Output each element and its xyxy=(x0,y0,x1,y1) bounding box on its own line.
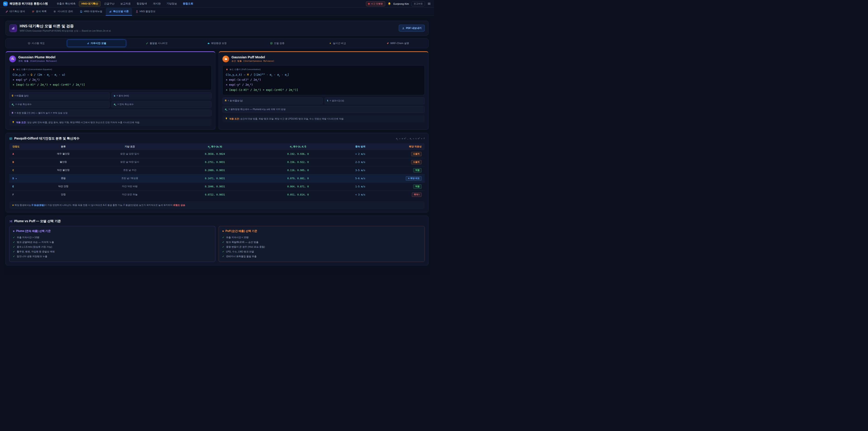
wind-range-cell: 1-5 m/s xyxy=(338,182,383,190)
subnav-label: 확산모델 이론 xyxy=(113,10,129,13)
applicability-badge: 드물게 xyxy=(411,160,422,164)
criteria-item: ✓ 컨테이너 화학물질 돌발 유출 xyxy=(222,254,421,259)
sigma-z-coefficient-cell: 0.051, 0.814, 0 xyxy=(258,190,338,199)
nav-item[interactable]: 게시판 xyxy=(150,1,163,6)
bulb-icon xyxy=(225,117,228,120)
tab-substance-scenario[interactable]: 물질별 시나리오 xyxy=(127,39,186,47)
logo-wave-icon xyxy=(3,2,8,6)
book-icon xyxy=(80,10,83,13)
model-selection-section: Plume vs Puff — 모델 선택 기준 ♥ Plume (연속 배출)… xyxy=(5,216,429,266)
wind-range-cell: < 2 m/s xyxy=(338,150,383,158)
stability-grade-cell: D ★ xyxy=(9,174,38,182)
criteria-item: ✓ 유출 지속시간 > 10분 xyxy=(13,235,212,240)
flask-icon xyxy=(135,10,138,13)
check-square-icon xyxy=(270,42,273,44)
subnav-tab-model-theory[interactable]: 확산모델 이론 xyxy=(106,8,132,16)
tab-realtime-compare[interactable]: 실시간 비교 xyxy=(308,39,367,47)
stability-grade-cell: B xyxy=(9,158,38,166)
note-label: 적용 조건: xyxy=(16,121,26,124)
plume-card-subtitle: 연속 방출 (Continuous Release) xyxy=(18,60,57,63)
pasquill-footnote: ★ 해양 환경에서는 D 등급(중립)이 가장 빈번하게 나타난다. 해풍·육풍… xyxy=(9,202,425,209)
weather-condition-cell: 야간 약한 바람 xyxy=(88,182,171,190)
sigma-z-coefficient-cell: 0.192, 0.936, 0 xyxy=(258,150,338,158)
check-icon: ✓ xyxy=(13,250,15,253)
column-header: 해양 적용성 xyxy=(383,143,425,150)
param-symbol: u xyxy=(114,94,115,97)
param-description: = 경과시간 (s) xyxy=(330,99,344,102)
category-cell: 불안정 xyxy=(38,158,88,166)
param-symbol: σz xyxy=(114,103,116,105)
applicability-badge: ★ 해양 대표 xyxy=(406,176,422,181)
subnav-tab-analysis[interactable]: 대기확산 분석 xyxy=(2,8,28,16)
sigma-y-coefficient-cell: 0.0722, 0.9031 xyxy=(171,190,258,199)
plume-equation-label: 농도 산출식 (Concentration Equation) xyxy=(13,68,208,71)
sigma-z-coefficient-cell: 0.079, 0.881, 0 xyxy=(258,174,338,182)
nav-item[interactable]: 항공탐색 xyxy=(134,1,149,6)
download-icon xyxy=(402,27,405,30)
pin-icon xyxy=(13,68,15,71)
check-icon: ✓ xyxy=(222,250,224,253)
equation-line: × exp(-(x-ut)² / 2σx²) xyxy=(226,77,421,82)
wind-range-cell: 2-3 m/s xyxy=(338,158,383,166)
nav-item[interactable]: 유출유 확산예측 xyxy=(54,1,78,6)
nav-item[interactable]: 보고자료 xyxy=(118,1,133,6)
param-description: = 연직 확산계수 xyxy=(118,103,133,106)
subnav-tab-analysis-list[interactable]: 분석 목록 xyxy=(29,8,50,16)
subnav-label: HNS 대응매뉴얼 xyxy=(84,10,102,13)
param-box: Q = 배출률 (g/s) xyxy=(9,92,110,99)
pasquill-gifford-section: Pasquill-Gifford 대기안정도 분류 및 확산계수 σy = a·… xyxy=(5,133,429,213)
check-icon: ✓ xyxy=(222,236,224,239)
bulb-icon xyxy=(12,121,14,123)
puff-criteria-heading: ♥ Puff (순간 배출) 선택 기준 xyxy=(222,229,421,233)
subnav-tab-hns-manual[interactable]: HNS 대응매뉴얼 xyxy=(76,8,105,16)
param-box: M = 총 배출량 (g) xyxy=(222,97,323,104)
param-symbol: M xyxy=(225,99,226,102)
wind-icon xyxy=(9,56,16,62)
table-header-row: 안정도분류기상 조건σy 계수 (a, b)σz 계수 (c, d, f)풍속 … xyxy=(9,143,425,150)
applicability-cell: 적합 xyxy=(383,182,425,190)
check-icon: ✓ xyxy=(13,245,15,248)
logout-button[interactable]: 로그아웃 xyxy=(411,1,425,6)
check-icon: ✓ xyxy=(13,236,15,239)
wind-range-cell: 5-6 m/s xyxy=(338,174,383,182)
pencil-icon xyxy=(146,42,148,44)
pencil-icon xyxy=(5,10,8,13)
gear-icon xyxy=(53,10,56,13)
tab-gaussian-model[interactable]: 가우시안 모델 xyxy=(67,39,126,47)
hamburger-menu-icon[interactable] xyxy=(428,2,431,5)
param-box: u = 풍속 (m/s) xyxy=(112,92,212,99)
check-icon: ✓ xyxy=(222,241,224,244)
sigma-z-coefficient-cell: 0.116, 0.905, 0 xyxy=(258,166,338,174)
note-text: 정상 상태 연속 배출, 균일 풍속, 평탄 지형. 해양 HNS 사고에서 탱… xyxy=(27,121,140,124)
tab-wrf-chem[interactable]: WRF-Chem 설명 xyxy=(368,39,428,47)
subnav-tab-scenario-manage[interactable]: 시나리오 관리 xyxy=(50,8,76,16)
check-icon: ✓ xyxy=(13,255,15,258)
table-icon xyxy=(9,137,12,140)
cloud-icon xyxy=(207,42,210,44)
criteria-text: 탱크 균열/배관 파손 — 지속적 누출 xyxy=(17,241,54,244)
nav-item[interactable]: HNS·대기확산 xyxy=(79,1,101,6)
chart-icon xyxy=(87,42,89,44)
tab-marine-correction[interactable]: 해양환경 보정 xyxy=(187,39,247,47)
tab-model-validation[interactable]: 모델 검증 xyxy=(248,39,307,47)
table-row: C 약간 불안정 흐린 날 주간 0.2089, 0.9031 0.116, 0… xyxy=(9,166,425,174)
subnav-label: 분석 목록 xyxy=(36,10,46,13)
criteria-text: 유출 지속시간 < 10분 xyxy=(226,236,249,239)
gaussian-puff-card: Gaussian Puff Model 순간 방출 (Instantaneous… xyxy=(219,51,429,130)
criteria-text: 풍향 변동이 큰 경우 (여러 퍼프 중첩) xyxy=(226,245,265,249)
param-box: σy = 수평 확산계수 xyxy=(9,101,110,108)
gaussian-plume-card: Gaussian Plume Model 연속 방출 (Continuous R… xyxy=(5,51,215,130)
status-dot-icon xyxy=(368,3,370,4)
nav-item[interactable]: 기상정보 xyxy=(164,1,180,6)
incident-status-label: 사고 진행중 xyxy=(371,2,383,5)
tab-system-overview[interactable]: 시스템 개요 xyxy=(6,39,66,47)
pdf-export-button[interactable]: PDF 내보내기 xyxy=(399,25,425,32)
cloud-icon xyxy=(222,56,229,62)
column-header: 안정도 xyxy=(9,143,38,150)
selection-grid: ♥ Plume (연속 배출) 선택 기준 ✓ 유출 지속시간 > 10분 ✓ … xyxy=(9,226,425,262)
notifications-bell-icon[interactable] xyxy=(388,2,391,5)
nav-item[interactable]: 통합조회 xyxy=(180,1,196,6)
sigma-y-coefficient-cell: 0.1471, 0.9031 xyxy=(171,174,258,182)
subnav-tab-hns-substance[interactable]: HNS 물질정보 xyxy=(132,8,159,16)
nav-item[interactable]: 긴급구난 xyxy=(101,1,117,6)
